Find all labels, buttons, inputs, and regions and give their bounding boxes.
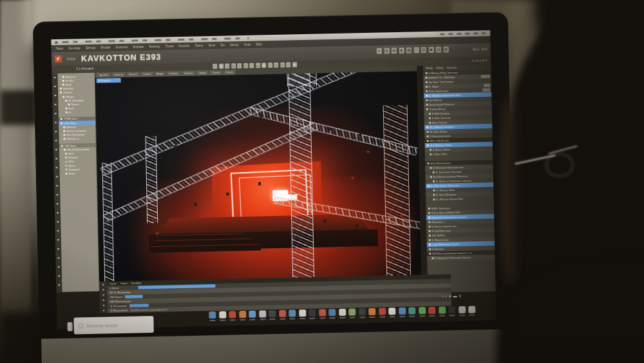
toolbar-icon[interactable]: ▨ [436, 47, 441, 53]
dock-app-icon[interactable] [359, 308, 366, 315]
viewport-3d[interactable]: TgendesVimersaFoneuaTneraeNiegwPakoresJi… [95, 66, 421, 281]
menu-item[interactable]: Efmay [86, 46, 96, 50]
dock-app-icon[interactable] [299, 309, 306, 317]
viewport-tab[interactable]: Tgendes [96, 72, 111, 77]
toolbar-icon[interactable]: ▫ [249, 63, 254, 68]
dock-app-icon[interactable] [289, 309, 296, 317]
tree-item-icon [65, 99, 67, 101]
viewport-tab[interactable]: Vimersa [111, 72, 126, 77]
toolbar-icon[interactable]: ■ [399, 48, 404, 54]
tree-item[interactable]: Wsmv [60, 171, 97, 175]
toolbar-icon[interactable]: ◻ [274, 63, 278, 68]
toolbar-icon[interactable]: ▣ [428, 47, 433, 53]
menu-item[interactable]: Knsms [179, 44, 190, 48]
dock-app-icon[interactable] [408, 307, 415, 314]
toolbar-icon[interactable]: ◽ [292, 62, 297, 67]
properties-tab[interactable]: Nansnam [446, 66, 457, 69]
toolbar-icon[interactable]: ▭ [231, 63, 236, 68]
toolbar-icon[interactable]: ◽ [219, 64, 223, 69]
viewport-tab[interactable]: Niegw [154, 71, 166, 76]
viewport-tab[interactable]: Foneua [126, 72, 140, 77]
property-value-chip[interactable] [481, 75, 490, 78]
viewport-tab[interactable]: Tnerae [140, 72, 153, 77]
viewport-tab[interactable]: Jimenes [181, 71, 195, 76]
notification-popup[interactable]: Rennede rennial [73, 316, 154, 335]
menu-item[interactable]: Sew [209, 44, 216, 47]
dock-app-icon[interactable] [279, 310, 286, 317]
timeline-tab[interactable]: Tmset [120, 282, 128, 285]
timeline-value-chip[interactable] [129, 304, 149, 308]
menu-item[interactable]: Semy [230, 43, 239, 46]
menu-item[interactable]: Se [220, 44, 225, 47]
toolbar-icon[interactable]: ▫ [237, 63, 242, 68]
timeline-tab[interactable]: Sandilne [131, 281, 142, 284]
property-row[interactable]: S Swvwvw S Swvwvw Swvwv [427, 255, 495, 260]
tree-item-icon [61, 144, 63, 146]
toolbar-icon[interactable]: ▫ [286, 62, 290, 67]
toolbar-icon[interactable]: ◽ [261, 63, 266, 68]
dock-app-icon[interactable] [259, 310, 266, 317]
toolbar-icon[interactable]: □ [413, 47, 419, 53]
toolbar-icon[interactable]: ▧ [421, 47, 426, 53]
toolbar-icon[interactable]: ▤ [392, 48, 397, 54]
apple-menu-icon[interactable] [55, 41, 57, 43]
dock-app-icon[interactable] [308, 309, 316, 317]
dock-app-icon[interactable] [468, 306, 475, 313]
toolbar-icon[interactable]: ▫ [213, 64, 217, 69]
menu-item[interactable]: Wip [256, 43, 262, 46]
dock-app-icon[interactable] [229, 311, 236, 318]
dock-app-icon[interactable] [249, 311, 256, 318]
dock-app-icon[interactable] [319, 309, 326, 316]
dock-app-icon[interactable] [219, 311, 226, 319]
popup-side-tab[interactable] [68, 322, 73, 331]
menu-item[interactable]: Gnmest [116, 46, 128, 49]
toolbar-icon[interactable]: ▫ [225, 63, 229, 68]
menu-item[interactable]: Ednaw [133, 45, 144, 48]
dock-app-icon[interactable] [439, 306, 446, 313]
viewport-tab[interactable]: Tnesas [209, 70, 223, 75]
dock-app-icon[interactable] [399, 308, 406, 315]
background-dark-object [0, 90, 37, 125]
toolbar-icon[interactable]: ▭ [280, 63, 285, 68]
dock-app-icon[interactable] [339, 309, 346, 316]
toolbar-icon[interactable]: ◻ [243, 63, 248, 68]
menu-item[interactable]: Redat [101, 46, 111, 49]
dock-app-icon[interactable] [388, 308, 395, 315]
dock-app-icon[interactable] [368, 308, 375, 315]
menu-item[interactable]: Snemy [149, 45, 160, 48]
dock-app-icon[interactable] [428, 307, 435, 314]
properties-tab[interactable]: Vebtay [436, 66, 444, 69]
macos-status-items-blur[interactable] [440, 32, 485, 35]
dock-app-icon[interactable] [209, 311, 216, 319]
toolbar-icon[interactable]: ▫ [268, 63, 272, 68]
dock-app-icon[interactable] [348, 308, 355, 315]
toolbar-icon[interactable]: ▸ [377, 48, 382, 54]
dock-app-icon[interactable] [379, 308, 386, 315]
viewport-tab[interactable]: Tadww [196, 70, 209, 75]
property-value-chip[interactable] [484, 84, 490, 87]
viewport-tab[interactable]: Pakores [167, 71, 181, 76]
menu-item[interactable]: Tame [194, 44, 203, 47]
timeline-value-chip[interactable] [125, 295, 143, 299]
toolbar-icon[interactable]: ▦ [406, 47, 412, 53]
dock-app-icon[interactable] [269, 310, 276, 317]
menu-item[interactable]: Snw [244, 43, 251, 46]
toolbar-icon[interactable]: ▥ [384, 48, 389, 54]
dock-app-icon[interactable] [328, 309, 336, 316]
menu-item[interactable]: Tase [56, 47, 64, 50]
dock-app-icon[interactable] [239, 311, 246, 318]
property-value-chip[interactable] [482, 88, 490, 92]
dock-app-icon[interactable] [459, 306, 466, 313]
dock-app-icon[interactable] [448, 306, 455, 313]
timeline-tab[interactable]: Xaser [109, 282, 117, 285]
properties-tab[interactable]: Westy [426, 67, 433, 70]
menu-item[interactable]: Tnew [165, 44, 173, 48]
menu-item[interactable]: Gerway [68, 46, 80, 50]
viewport-view-selector[interactable]: S Persw ▾ [97, 78, 121, 83]
property-icon [429, 230, 431, 232]
dock-app-icon[interactable] [419, 307, 426, 314]
toolbar-icon[interactable]: ▭ [256, 63, 260, 68]
toolbar-icon[interactable]: ▩ [443, 46, 448, 52]
timeline-icon-strip[interactable] [99, 281, 108, 313]
viewport-tab[interactable]: Erems [223, 70, 236, 75]
